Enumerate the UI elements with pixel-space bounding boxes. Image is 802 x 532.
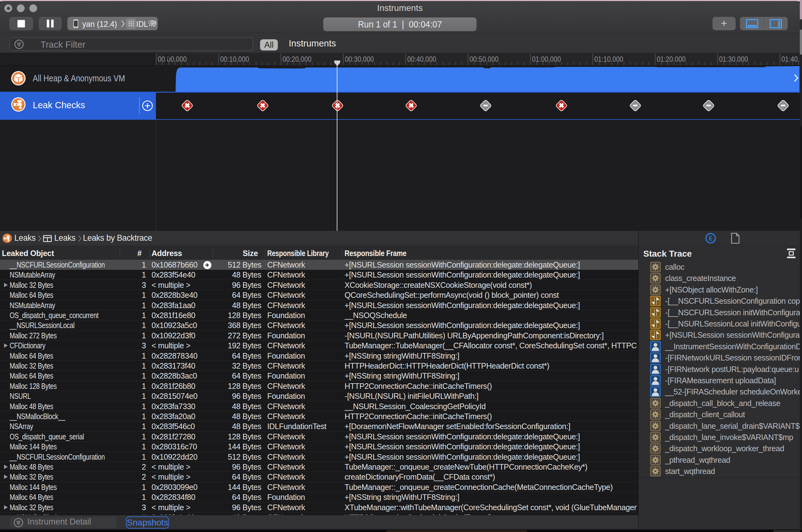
svg-text:E: E: [709, 235, 712, 242]
